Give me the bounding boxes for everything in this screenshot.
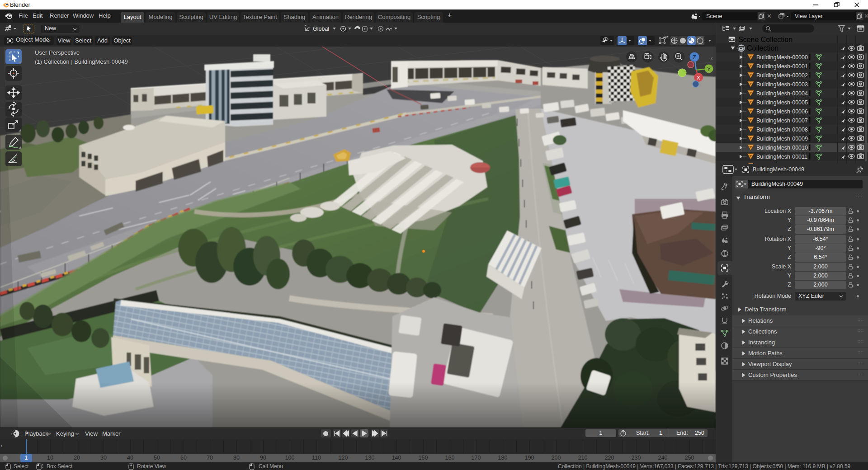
svg-text:Global: Global bbox=[313, 26, 329, 32]
svg-text:BuildingMesh-00001: BuildingMesh-00001 bbox=[756, 63, 808, 70]
svg-text:Z: Z bbox=[693, 54, 696, 61]
svg-text:BuildingMesh-00003: BuildingMesh-00003 bbox=[756, 81, 808, 88]
svg-text:BuildingMesh-00007: BuildingMesh-00007 bbox=[756, 118, 808, 124]
svg-text:BuildingMesh-00005: BuildingMesh-00005 bbox=[756, 99, 808, 106]
svg-text:X: X bbox=[697, 75, 700, 80]
svg-text:BuildingMesh-00008: BuildingMesh-00008 bbox=[756, 127, 808, 133]
svg-text:BuildingMesh-00009: BuildingMesh-00009 bbox=[756, 136, 808, 142]
svg-text:BuildingMesh-00011: BuildingMesh-00011 bbox=[756, 154, 807, 160]
svg-text:BuildingMesh-00000: BuildingMesh-00000 bbox=[756, 54, 808, 61]
svg-text:BuildingMesh-00010: BuildingMesh-00010 bbox=[756, 145, 808, 151]
svg-text:BuildingMesh-00006: BuildingMesh-00006 bbox=[756, 108, 808, 115]
svg-text:BuildingMesh-00002: BuildingMesh-00002 bbox=[756, 72, 808, 79]
svg-text:BuildingMesh-00004: BuildingMesh-00004 bbox=[756, 90, 808, 97]
svg-text:Y: Y bbox=[707, 66, 711, 72]
